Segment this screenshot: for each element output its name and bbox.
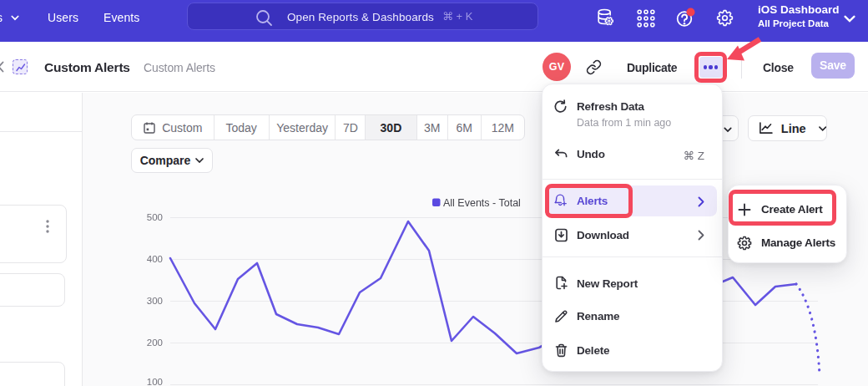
svg-text:400: 400 <box>147 254 163 264</box>
svg-text:500: 500 <box>147 212 163 222</box>
svg-text:All Events - Total: All Events - Total <box>443 197 521 209</box>
svg-text:100: 100 <box>147 377 163 386</box>
svg-text:200: 200 <box>147 338 163 348</box>
svg-text:300: 300 <box>147 296 163 306</box>
